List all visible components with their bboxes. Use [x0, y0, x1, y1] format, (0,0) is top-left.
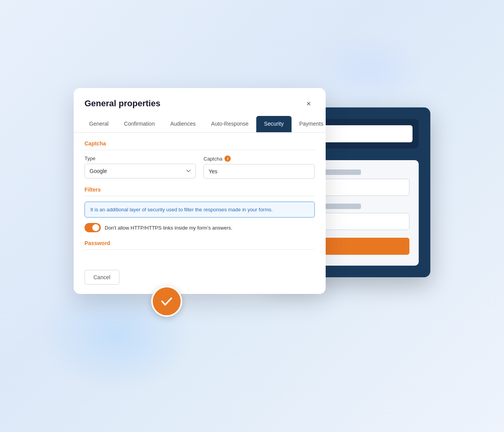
success-checkmark-badge: [151, 286, 182, 317]
dialog-footer: Cancel: [74, 270, 326, 294]
toggle-label: Don't allow HTTP/HTTPS links inside my f…: [105, 225, 232, 231]
tab-bar: General Confirmation Audiences Auto-Resp…: [74, 116, 326, 133]
dialog-header: General properties ×: [74, 88, 326, 116]
captcha-form-row: Type Google hCaptcha None Captcha i: [85, 156, 315, 179]
captcha-field-group: Captcha i: [204, 156, 315, 179]
captcha-info-icon[interactable]: i: [224, 156, 231, 162]
tab-confirmation[interactable]: Confirmation: [116, 116, 162, 132]
dialog-body: Captcha Type Google hCaptcha None Captch…: [74, 133, 326, 270]
type-field-group: Type Google hCaptcha None: [85, 156, 196, 179]
captcha-input[interactable]: [204, 164, 315, 179]
password-section-label: Password: [85, 240, 315, 250]
captcha-label: Captcha i: [204, 156, 315, 162]
https-toggle[interactable]: [85, 223, 101, 232]
filters-section-label: Filters: [85, 187, 315, 196]
filters-info-box: It is an additional layer of security us…: [85, 202, 315, 218]
close-button[interactable]: ×: [302, 97, 315, 110]
password-section: Password: [85, 240, 315, 250]
tab-security[interactable]: Security: [256, 116, 292, 132]
checkmark-icon: [159, 294, 174, 309]
tab-auto-response[interactable]: Auto-Response: [204, 116, 257, 132]
type-label: Type: [85, 156, 196, 161]
dialog-title: General properties: [85, 98, 161, 109]
cancel-button[interactable]: Cancel: [85, 270, 119, 285]
general-properties-dialog: General properties × General Confirmatio…: [74, 88, 326, 294]
tab-general[interactable]: General: [81, 116, 116, 132]
toggle-slider: [85, 223, 101, 232]
toggle-row: Don't allow HTTP/HTTPS links inside my f…: [85, 223, 315, 232]
filters-section: Filters It is an additional layer of sec…: [85, 187, 315, 232]
tab-payments[interactable]: Payments: [292, 116, 326, 132]
type-select[interactable]: Google hCaptcha None: [85, 164, 196, 178]
tab-audiences[interactable]: Audiences: [162, 116, 203, 132]
captcha-section-label: Captcha: [85, 140, 315, 150]
